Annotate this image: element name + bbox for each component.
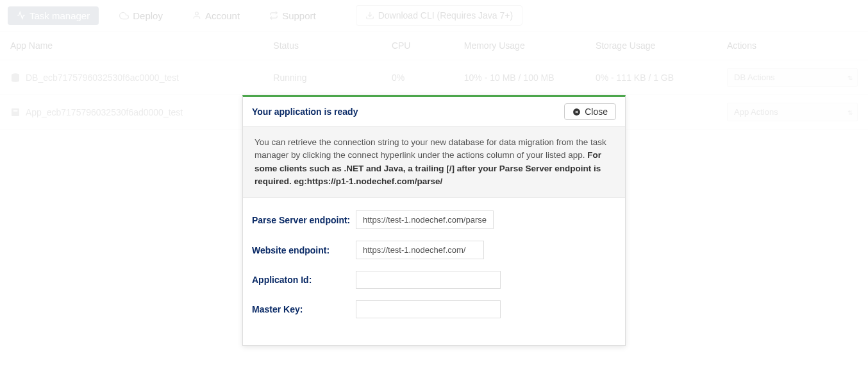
field-value[interactable] (356, 300, 501, 318)
cell-memory: 10% - 10 MB / 100 MB (454, 60, 585, 95)
field-value[interactable]: https://test-1.nodechef.com/parse (356, 210, 494, 229)
field-label: Applicaton Id: (252, 275, 356, 285)
svg-rect-3 (12, 108, 19, 116)
app-icon (10, 107, 21, 117)
field-label: Website endpoint: (252, 245, 356, 255)
field-value[interactable] (356, 271, 501, 289)
download-cli-button[interactable]: Download CLI (Requires Java 7+) (356, 5, 523, 26)
field-label: Parse Server endpoint: (252, 215, 356, 225)
download-label: Download CLI (Requires Java 7+) (378, 10, 513, 21)
svg-point-0 (196, 12, 199, 15)
top-toolbar: Task manager Deploy Account Support Down… (0, 0, 868, 31)
support-icon (269, 11, 278, 20)
svg-rect-4 (13, 110, 18, 111)
download-icon (365, 11, 374, 20)
info-text: You can retrieve the connection string t… (255, 137, 606, 160)
activity-icon (17, 11, 26, 20)
user-icon (192, 11, 201, 20)
app-name: App_ecb7175796032530f6ad0000_test (26, 107, 183, 117)
app-ready-modal: Your application is ready Close You can … (242, 95, 626, 346)
cell-cpu: 0% (381, 60, 454, 95)
th-memory: Memory Usage (454, 31, 585, 60)
close-button[interactable]: Close (564, 103, 616, 120)
close-icon (572, 108, 581, 116)
cell-storage: 0% - 111 KB / 1 GB (585, 60, 717, 95)
modal-title: Your application is ready (252, 107, 358, 117)
modal-body: Parse Server endpoint: https://test-1.no… (243, 198, 625, 345)
field-website-endpoint: Website endpoint: https://test-1.nodeche… (252, 241, 616, 259)
tab-label: Account (205, 10, 240, 21)
table-row: DB_ecb7175796032530f6ac0000_test Running… (0, 60, 868, 95)
db-actions-select[interactable]: DB Actions (727, 68, 858, 87)
tab-task-manager[interactable]: Task manager (8, 6, 99, 25)
app-actions-select[interactable]: App Actions (727, 103, 858, 121)
tab-label: Support (282, 10, 316, 21)
th-storage: Storage Usage (585, 31, 717, 60)
th-status: Status (263, 31, 381, 60)
th-app-name: App Name (0, 31, 263, 60)
tab-label: Deploy (133, 10, 163, 21)
th-cpu: CPU (381, 31, 454, 60)
tab-label: Task manager (29, 10, 90, 21)
tab-account[interactable]: Account (183, 6, 249, 25)
field-parse-endpoint: Parse Server endpoint: https://test-1.no… (252, 210, 616, 229)
th-actions: Actions (717, 31, 868, 60)
modal-info: You can retrieve the connection string t… (243, 127, 625, 198)
field-value[interactable]: https://test-1.nodechef.com/ (356, 241, 484, 259)
field-label: Master Key: (252, 304, 356, 314)
app-name: DB_ecb7175796032530f6ac0000_test (26, 73, 179, 83)
cell-status: Running (263, 60, 381, 95)
tab-deploy[interactable]: Deploy (110, 6, 172, 25)
cloud-icon (119, 11, 129, 21)
database-icon (10, 73, 21, 83)
tab-support[interactable]: Support (260, 6, 325, 25)
field-application-id: Applicaton Id: (252, 271, 616, 289)
modal-header: Your application is ready Close (243, 97, 625, 127)
field-master-key: Master Key: (252, 300, 616, 318)
close-label: Close (585, 107, 608, 117)
